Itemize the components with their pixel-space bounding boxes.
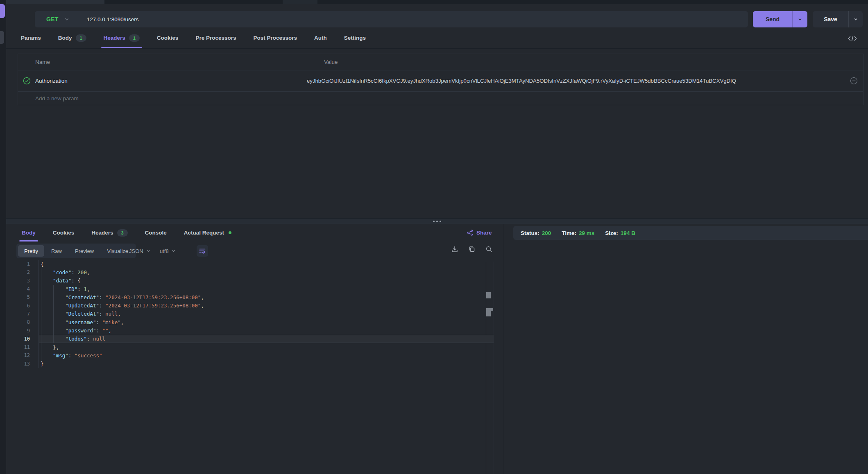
tab-badge: 1 [129, 34, 140, 42]
code-text: "data": { [41, 278, 81, 284]
tab-label: Cookies [53, 230, 75, 236]
tab-label: Auth [314, 35, 327, 41]
request-tab-params[interactable]: Params [21, 27, 41, 48]
code-text: }, [41, 344, 59, 350]
encoding-dropdown[interactable]: utf8 [160, 244, 176, 258]
method-select[interactable]: GET [46, 16, 69, 23]
code-text: { [41, 261, 44, 267]
table-header-row: Name Value [18, 54, 863, 70]
header-value[interactable]: eyJhbGciOiJIUzI1NiIsInR5cCI6IkpXVCJ9.eyJ… [307, 78, 844, 84]
view-mode-raw[interactable]: Raw [45, 245, 68, 257]
line-number: 5 [6, 294, 39, 300]
indent-guide [53, 285, 54, 343]
code-line[interactable]: 13} [6, 360, 494, 368]
copy-icon[interactable] [468, 245, 476, 253]
code-line[interactable]: 4 "ID": 1, [6, 285, 494, 293]
wrap-lines-icon[interactable] [197, 245, 208, 257]
code-line[interactable]: 5 "CreatedAt": "2024-03-12T17:59:23.256+… [6, 293, 494, 301]
sidebar-active-pill[interactable] [0, 4, 5, 18]
tab-label: Cookies [157, 35, 179, 41]
code-line[interactable]: 3 "data": { [6, 277, 494, 285]
code-text: "DeletedAt": null, [41, 311, 121, 317]
scrollbar-track [494, 262, 494, 474]
drag-handle-icon [433, 221, 441, 222]
request-tab-auth[interactable]: Auth [314, 27, 327, 48]
scrollbar-marker[interactable] [486, 292, 491, 298]
minus-circle-icon[interactable] [844, 77, 863, 85]
line-number: 11 [6, 344, 39, 350]
line-number: 2 [6, 269, 39, 275]
code-line[interactable]: 6 "UpdatedAt": "2024-03-12T17:59:23.256+… [6, 301, 494, 309]
search-icon[interactable] [485, 245, 493, 253]
tab-label: Settings [344, 35, 366, 41]
code-text: "ID": 1, [41, 286, 90, 292]
code-line[interactable]: 2 "code": 200, [6, 268, 494, 276]
scrollbar-marker[interactable] [486, 311, 491, 316]
tab-label: Headers [104, 35, 125, 41]
code-line[interactable]: 10 "todos": null [6, 335, 494, 343]
chevron-down-icon [172, 249, 176, 253]
response-tab-headers[interactable]: Headers3 [91, 224, 127, 242]
save-dropdown-chevron-icon[interactable] [849, 11, 863, 27]
chevron-down-icon [146, 249, 150, 253]
code-line[interactable]: 7 "DeletedAt": null, [6, 310, 494, 318]
request-tab-cookies[interactable]: Cookies [157, 27, 179, 48]
green-dot [229, 231, 231, 234]
request-tab-pre-processors[interactable]: Pre Processors [195, 27, 236, 48]
code-line[interactable]: 9 "password": "", [6, 326, 494, 334]
tabbar-segment [283, 0, 317, 4]
tab-label: Actual Request [184, 230, 224, 236]
code-editor[interactable]: 1{2 "code": 200,3 "data": {4 "ID": 1,5 "… [6, 260, 494, 474]
url-input[interactable]: 127.0.0.1:8090/users [87, 16, 139, 23]
add-param-row[interactable]: Add a new param [18, 92, 863, 105]
column-name: Name [18, 59, 324, 65]
line-number: 12 [6, 352, 39, 358]
request-tabs: ParamsBody1Headers1CookiesPre Processors… [6, 27, 868, 49]
view-mode-pretty[interactable]: Pretty [18, 245, 44, 257]
app-root: { "colors": { "accent": "#8A7CE8", "gree… [0, 0, 868, 474]
tab-label: Console [145, 230, 167, 236]
response-tab-body[interactable]: Body [22, 224, 36, 242]
method-label: GET [46, 16, 59, 23]
share-label: Share [476, 230, 492, 236]
send-dropdown-chevron-icon[interactable] [793, 11, 807, 27]
gutter-divider [38, 260, 39, 368]
response-tab-console[interactable]: Console [145, 224, 167, 242]
send-button[interactable]: Send [753, 11, 807, 27]
request-tab-headers[interactable]: Headers1 [104, 27, 140, 48]
share-button[interactable]: Share [467, 224, 492, 242]
line-number: 13 [6, 361, 39, 367]
active-request-tab-sliver[interactable] [6, 0, 104, 4]
view-mode-preview[interactable]: Preview [69, 245, 100, 257]
sidebar-strip [0, 0, 6, 474]
panel-vertical-divider [503, 224, 503, 474]
request-tab-post-processors[interactable]: Post Processors [253, 27, 297, 48]
time-label: Time: [562, 230, 576, 236]
sidebar-pill[interactable] [0, 31, 4, 44]
request-tab-body[interactable]: Body1 [58, 27, 86, 48]
panel-splitter[interactable] [6, 218, 868, 224]
request-tab-settings[interactable]: Settings [344, 27, 366, 48]
time-value: 29 ms [579, 230, 594, 236]
code-text: "password": "", [41, 327, 111, 334]
code-line[interactable]: 12 "msg": "success" [6, 351, 494, 359]
format-dropdown-value: JSON [129, 248, 143, 254]
download-icon[interactable] [451, 245, 459, 253]
response-tab-cookies[interactable]: Cookies [53, 224, 75, 242]
tab-badge: 3 [117, 229, 128, 237]
code-line[interactable]: 1{ [6, 260, 494, 268]
add-param-placeholder: Add a new param [18, 95, 79, 102]
tab-label: Pre Processors [195, 35, 236, 41]
code-line[interactable]: 11 }, [6, 343, 494, 351]
save-button[interactable]: Save [813, 11, 863, 27]
code-line[interactable]: 8 "username": "mike", [6, 318, 494, 326]
code-text: "msg": "success" [41, 352, 102, 359]
tab-label: Params [21, 35, 41, 41]
response-tab-actual-request[interactable]: Actual Request [184, 224, 231, 242]
check-circle-icon[interactable] [18, 77, 35, 85]
size-label: Size: [605, 230, 618, 236]
code-snippet-icon[interactable] [846, 34, 859, 43]
format-dropdown[interactable]: JSON [129, 244, 150, 258]
column-value: Value [324, 59, 863, 65]
header-name[interactable]: Authorization [35, 78, 307, 84]
